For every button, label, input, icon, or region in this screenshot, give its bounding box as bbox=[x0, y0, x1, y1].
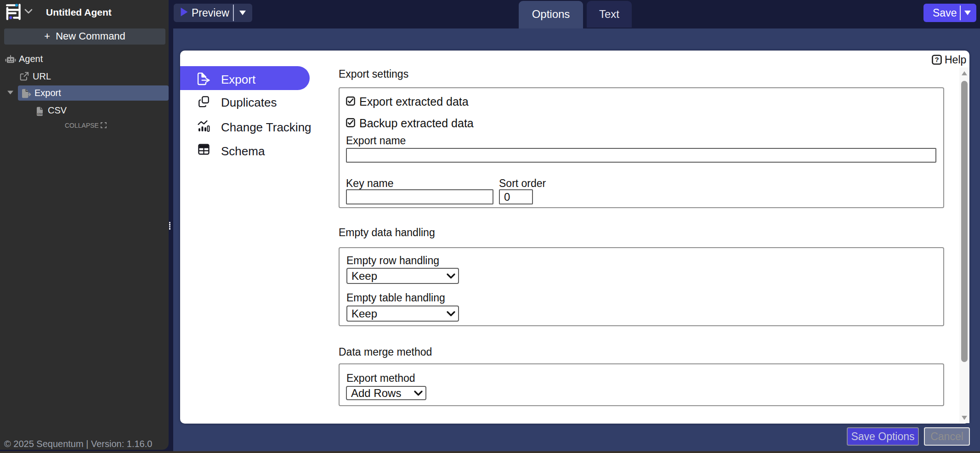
svg-text:?: ? bbox=[935, 56, 939, 63]
svg-text:CSV: CSV bbox=[37, 113, 43, 115]
